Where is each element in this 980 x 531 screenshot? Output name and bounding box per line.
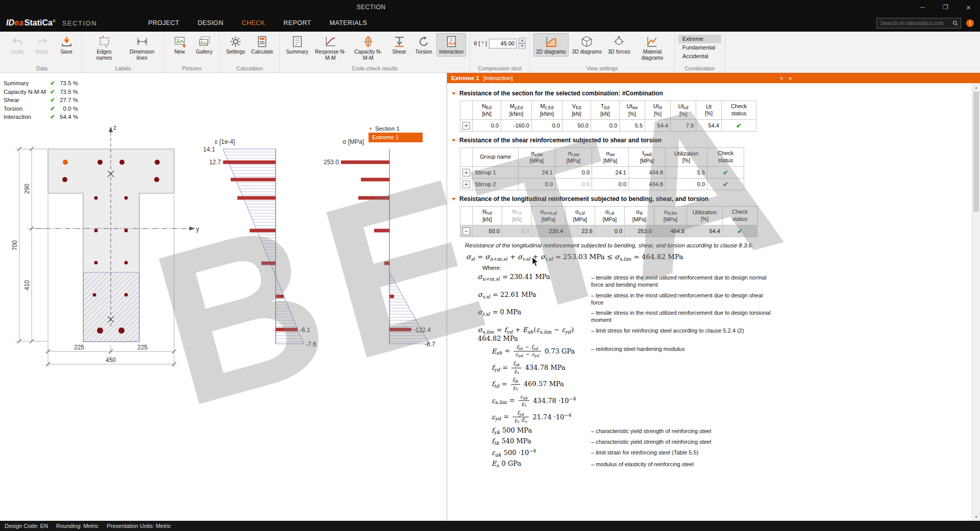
check-icon: ✔ bbox=[50, 113, 59, 120]
table-row[interactable]: +0.0-160.00.050.00.05.554.47.954.4✔ bbox=[460, 120, 756, 132]
table-row[interactable]: +Stirrup 20.00.00.0434.80.0✔ bbox=[460, 179, 744, 190]
ribbon-button-label: Dimension lines bbox=[126, 49, 158, 61]
scroll-down-icon[interactable]: ▼ bbox=[972, 513, 980, 520]
spinner-down-icon[interactable]: ▼ bbox=[519, 43, 526, 49]
ribbon-group-label: View settings bbox=[533, 65, 671, 72]
ribbon-button-redo[interactable]: Redo bbox=[30, 33, 54, 57]
menu-tab-materials[interactable]: MATERIALS bbox=[330, 19, 368, 27]
section-chevron-icon[interactable] bbox=[452, 139, 456, 142]
menu-tab-report[interactable]: REPORT bbox=[283, 19, 311, 27]
undo-icon bbox=[11, 35, 24, 48]
section-chevron-icon[interactable] bbox=[452, 92, 456, 95]
formula-expression: ftk 540 MPa bbox=[478, 437, 591, 446]
section-header: Resistance of the section for the select… bbox=[452, 90, 972, 97]
spinner-up-icon[interactable]: ▲ bbox=[519, 38, 526, 43]
summary-item-capacity-n-m-m[interactable]: Capacity N-M-M✔73.5 % bbox=[4, 88, 78, 96]
column-header: Utsl[%] bbox=[645, 101, 671, 120]
ribbon-button-2d-diagrams[interactable]: 2D diagrams bbox=[533, 33, 568, 57]
summary-item-label: Capacity N-M-M bbox=[4, 89, 50, 95]
ribbon-button-settings[interactable]: Settings bbox=[224, 33, 248, 57]
row-expander[interactable]: + bbox=[462, 169, 470, 176]
ribbon-button-interaction[interactable]: Interaction bbox=[436, 33, 466, 57]
ribbon-button-gallery[interactable]: Gallery bbox=[192, 33, 216, 57]
search-box bbox=[876, 18, 961, 29]
status-units: Presentation Units: Metric bbox=[107, 523, 171, 529]
table-row[interactable]: −50.00.0230.422.60.0253.0464.854.4✔ bbox=[460, 225, 757, 237]
results-panel-header: Extreme 1 [Interaction] < v bbox=[447, 73, 980, 83]
menu-tab-check[interactable]: CHECK bbox=[242, 19, 265, 27]
ribbon-button-response-n-m-m[interactable]: Response N-M-M bbox=[312, 33, 349, 62]
minimize-button[interactable]: ─ bbox=[911, 0, 934, 14]
summary-item-shear[interactable]: Shear✔27.7 % bbox=[4, 96, 78, 105]
section-selector: ▼ Section 1 Extreme 1 bbox=[369, 125, 423, 142]
ribbon-button-label: New bbox=[175, 49, 185, 55]
scrollbar-thumb[interactable] bbox=[973, 92, 979, 212]
ribbon-button-label: Response N-M-M bbox=[314, 49, 346, 61]
ribbon-button-calculate[interactable]: Calculate bbox=[249, 33, 276, 57]
ribbon-button-new[interactable]: New bbox=[168, 33, 191, 57]
ribbon-button-torsion[interactable]: Torsion bbox=[412, 33, 435, 57]
section-chevron-icon[interactable] bbox=[452, 198, 456, 200]
formula-expression: σv,sl=22.61 MPa bbox=[478, 291, 591, 299]
section-header: Resistance of the shear reinforcement su… bbox=[452, 137, 972, 144]
ribbon-button-label: 2D diagrams bbox=[536, 49, 566, 55]
formula-line: ftk 540 MPa– characteristic yield streng… bbox=[478, 437, 972, 446]
ribbon-button-undo[interactable]: Undo bbox=[6, 33, 29, 57]
combination-option-extreme[interactable]: Extreme bbox=[678, 35, 721, 43]
ribbon-button-dimension-lines[interactable]: Dimension lines bbox=[124, 33, 160, 62]
column-header: VEd[kN] bbox=[562, 101, 591, 120]
search-icon[interactable] bbox=[952, 20, 958, 26]
table-row[interactable]: +Stirrup 124.10.024.1434.85.5✔ bbox=[460, 167, 744, 179]
formula-line: fyk 500 MPa– characteristic yield streng… bbox=[478, 426, 972, 435]
summary-item-summary[interactable]: Summary✔73.5 % bbox=[4, 79, 78, 88]
formula-expression: fyd=fykγs 434.78 MPa bbox=[478, 361, 591, 375]
section-dropdown[interactable]: ▼ Section 1 bbox=[369, 125, 423, 132]
combination-option-accidental[interactable]: Accidental bbox=[678, 52, 721, 61]
dims-icon bbox=[136, 35, 149, 48]
ribbon-button-capacity-n-m-m[interactable]: Capacity N-M-M bbox=[350, 33, 386, 62]
row-expander[interactable]: − bbox=[462, 227, 470, 235]
status-design-code: Design Code: EN bbox=[5, 523, 48, 529]
strain-bottom-value: -7.6 bbox=[306, 341, 316, 348]
ribbon-button-edges-names[interactable]: Edges names bbox=[86, 33, 122, 62]
theta-input[interactable] bbox=[489, 39, 517, 48]
row-expander[interactable]: + bbox=[462, 181, 470, 188]
ribbon-button-3d-diagrams[interactable]: 3D diagrams bbox=[570, 33, 604, 57]
close-button[interactable]: × bbox=[957, 0, 980, 14]
restore-button[interactable]: ❐ bbox=[934, 0, 957, 14]
check-status-icon: ✔ bbox=[723, 181, 728, 188]
ribbon-button-3d-forces[interactable]: 3D forces bbox=[605, 33, 633, 57]
formula-description: – reinforcing steel hardening modulus bbox=[591, 344, 771, 352]
scroll-up-icon[interactable]: ▲ bbox=[972, 84, 980, 91]
combination-option-fundamental[interactable]: Fundamental bbox=[678, 43, 721, 52]
ribbon-button-summary[interactable]: Summary bbox=[283, 33, 311, 57]
scrollbar[interactable]: ▲ ▼ bbox=[972, 83, 980, 521]
ribbon-group-code-check-results: SummaryResponse N-M-MCapacity N-M-MShear… bbox=[280, 32, 470, 72]
search-input[interactable] bbox=[879, 19, 950, 27]
menu-tab-project[interactable]: PROJECT bbox=[148, 19, 179, 27]
collapse-down-icon[interactable]: v bbox=[789, 75, 792, 81]
stress-bottom-bar-value: -122.4 bbox=[413, 326, 431, 334]
collapse-left-icon[interactable]: < bbox=[780, 75, 783, 81]
shear-icon bbox=[393, 35, 406, 48]
summary-item-interaction[interactable]: Interaction✔54.4 % bbox=[4, 113, 78, 121]
ribbon-button-material-diagrams[interactable]: Material diagrams bbox=[634, 33, 671, 62]
material-icon bbox=[646, 35, 658, 48]
summary-item-torsion[interactable]: Torsion✔0.0 % bbox=[4, 105, 78, 113]
selected-rebar-dot bbox=[63, 160, 68, 165]
ribbon-button-save[interactable]: Save bbox=[55, 33, 78, 57]
row-expander[interactable]: + bbox=[462, 122, 470, 130]
logo-text-accent: ea bbox=[14, 18, 23, 28]
dim-290-label: 290 bbox=[23, 184, 31, 194]
workspace: Summary✔73.5 %Capacity N-M-M✔73.5 %Shear… bbox=[0, 73, 980, 521]
column-header: σn+m,sl[MPa] bbox=[532, 207, 566, 225]
column-header: Utilization[%] bbox=[687, 207, 723, 225]
ribbon-group-label: Calculation bbox=[224, 65, 276, 72]
ribbon-button-shear[interactable]: Shear bbox=[387, 33, 411, 57]
ribbon-button-label: Capacity N-M-M bbox=[352, 49, 384, 61]
info-button[interactable]: i bbox=[966, 19, 974, 27]
dim-700-label: 700 bbox=[11, 240, 18, 250]
menu-tab-design[interactable]: DESIGN bbox=[198, 19, 223, 27]
formula-expression: Esh=ftd−fydεud−εyd 0.73 GPa bbox=[478, 344, 591, 359]
extreme-item-selected[interactable]: Extreme 1 bbox=[369, 133, 423, 142]
